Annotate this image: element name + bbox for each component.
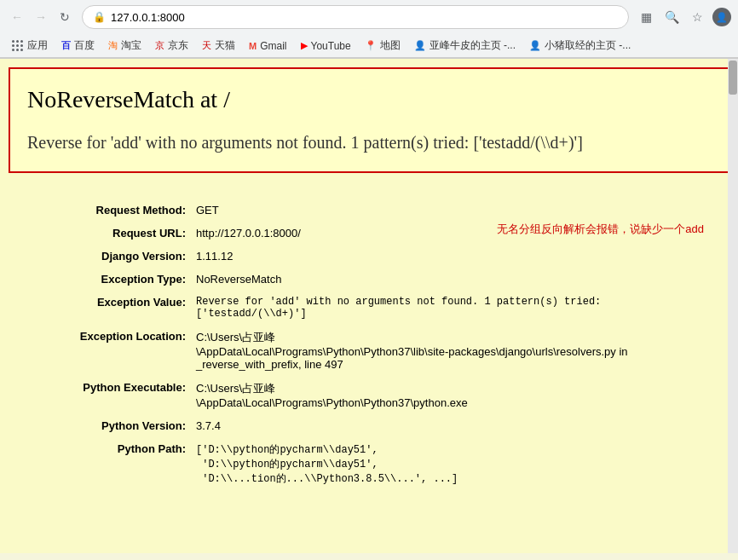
- scrollbar[interactable]: [728, 59, 738, 553]
- gmail-label: Gmail: [260, 40, 286, 52]
- bookmark-youtube[interactable]: ▶ YouTube: [296, 38, 356, 54]
- error-message: Reverse for 'add' with no arguments not …: [27, 130, 711, 154]
- gmail-favicon: M: [249, 41, 257, 51]
- detail-label-url: Request URL:: [26, 227, 196, 240]
- jd-label: 京东: [168, 38, 188, 53]
- address-bar[interactable]: 🔒: [82, 5, 629, 29]
- detail-row-excval: Exception Value: Reverse for 'add' with …: [26, 291, 712, 325]
- bookmark-apps[interactable]: 应用: [7, 37, 53, 55]
- detail-value-excloc: C:\Users\占亚峰\AppData\Local\Programs\Pyth…: [196, 330, 712, 371]
- detail-label-pyver: Python Version:: [26, 419, 196, 432]
- bookmark-taobao[interactable]: 淘 淘宝: [103, 37, 147, 55]
- detail-label-django: Django Version:: [26, 250, 196, 263]
- bookmarks-bar: 应用 百 百度 淘 淘宝 京 京东 天 天猫 M Gmail ▶ YouTube…: [0, 34, 738, 58]
- detail-row-pyexe: Python Executable: C:\Users\占亚峰\AppData\…: [26, 376, 712, 414]
- detail-row-exctype: Exception Type: NoReverseMatch: [26, 268, 712, 291]
- yafeng2-favicon: 👤: [529, 40, 541, 51]
- yafeng2-label: 小猪取经的主页 -...: [545, 38, 631, 53]
- nav-buttons: ← → ↻: [7, 7, 75, 27]
- error-box: NoReverseMatch at / Reverse for 'add' wi…: [9, 67, 729, 173]
- apps-label: 应用: [27, 38, 48, 53]
- detail-label-excval: Exception Value:: [26, 296, 196, 309]
- detail-value-excval: Reverse for 'add' with no arguments not …: [196, 296, 712, 320]
- youtube-favicon: ▶: [301, 40, 308, 51]
- detail-row-excloc: Exception Location: C:\Users\占亚峰\AppData…: [26, 325, 712, 376]
- bookmark-icon[interactable]: ☆: [687, 7, 707, 27]
- detail-label-pyexe: Python Executable:: [26, 381, 196, 394]
- lock-icon: 🔒: [93, 11, 106, 23]
- map-favicon: 📍: [365, 40, 377, 51]
- url-input[interactable]: [111, 11, 618, 24]
- bookmark-tianmao[interactable]: 天 天猫: [197, 37, 240, 55]
- detail-value-django: 1.11.12: [196, 250, 712, 263]
- detail-label-exctype: Exception Type:: [26, 273, 196, 286]
- bookmark-gmail[interactable]: M Gmail: [244, 38, 292, 54]
- browser-chrome: ← → ↻ 🔒 ▦ 🔍 ☆ 👤 应用 百 百度 淘: [0, 0, 738, 59]
- detail-row-method: Request Method: GET: [26, 199, 712, 222]
- zoom-icon[interactable]: 🔍: [661, 7, 682, 27]
- tianmao-label: 天猫: [215, 38, 235, 53]
- youtube-label: YouTube: [311, 40, 351, 52]
- detail-label-excloc: Exception Location:: [26, 330, 196, 343]
- bookmark-yafeng1[interactable]: 👤 亚峰牛皮的主页 -...: [409, 37, 521, 55]
- taobao-favicon: 淘: [108, 39, 118, 52]
- back-button[interactable]: ←: [7, 7, 27, 27]
- detail-row-pypath: Python Path: ['D:\\python的pycharm\\day51…: [26, 437, 712, 491]
- forward-button[interactable]: →: [31, 7, 51, 27]
- detail-row-url: Request URL: http://127.0.0.1:8000/ 无名分组…: [26, 222, 712, 245]
- profile-icon[interactable]: 👤: [712, 8, 731, 26]
- annotation-url: 无名分组反向解析会报错，说缺少一个add: [497, 222, 704, 237]
- detail-row-django: Django Version: 1.11.12: [26, 245, 712, 268]
- bookmark-yafeng2[interactable]: 👤 小猪取经的主页 -...: [524, 37, 636, 55]
- baidu-label: 百度: [74, 38, 95, 53]
- bookmark-map[interactable]: 📍 地图: [360, 37, 406, 55]
- details-section: Request Method: GET Request URL: http://…: [9, 190, 729, 499]
- bookmark-baidu[interactable]: 百 百度: [56, 37, 100, 55]
- baidu-favicon: 百: [61, 39, 71, 52]
- detail-label-pypath: Python Path:: [26, 442, 196, 455]
- browser-toolbar: ← → ↻ 🔒 ▦ 🔍 ☆ 👤: [0, 0, 738, 34]
- detail-value-pypath: ['D:\\python的pycharm\\day51', 'D:\\pytho…: [196, 442, 712, 486]
- toolbar-icons: ▦ 🔍 ☆ 👤: [636, 7, 731, 27]
- detail-value-method: GET: [196, 204, 712, 216]
- map-label: 地图: [380, 38, 401, 53]
- detail-value-pyexe: C:\Users\占亚峰\AppData\Local\Programs\Pyth…: [196, 381, 712, 409]
- page-content: NoReverseMatch at / Reverse for 'add' wi…: [0, 59, 738, 553]
- yafeng1-label: 亚峰牛皮的主页 -...: [430, 38, 516, 53]
- bookmark-jd[interactable]: 京 京东: [150, 37, 193, 55]
- detail-row-pyver: Python Version: 3.7.4: [26, 414, 712, 437]
- scrollbar-thumb[interactable]: [729, 61, 737, 95]
- reload-button[interactable]: ↻: [55, 7, 75, 27]
- error-title: NoReverseMatch at /: [27, 86, 711, 113]
- detail-value-pyver: 3.7.4: [196, 419, 712, 432]
- taobao-label: 淘宝: [121, 38, 141, 53]
- cast-icon[interactable]: ▦: [636, 7, 656, 27]
- yafeng1-favicon: 👤: [414, 40, 426, 51]
- apps-icon: [12, 40, 24, 52]
- detail-value-exctype: NoReverseMatch: [196, 273, 712, 286]
- detail-label-method: Request Method:: [26, 204, 196, 216]
- tianmao-favicon: 天: [202, 39, 211, 52]
- jd-favicon: 京: [155, 39, 164, 52]
